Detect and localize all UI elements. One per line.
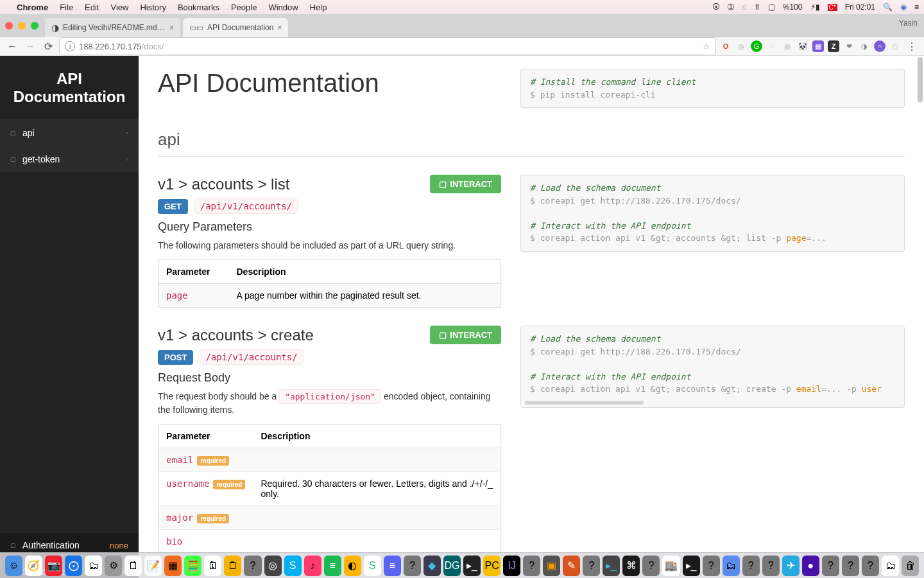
menu-history[interactable]: History [140, 3, 166, 12]
extension-icon[interactable]: O [720, 40, 732, 52]
dock-app-icon[interactable]: ✈ [782, 556, 800, 576]
screenrecord-icon[interactable]: ⦿ [712, 3, 720, 12]
maximize-window-icon[interactable] [31, 22, 38, 30]
dock-app-icon[interactable]: PC [483, 556, 501, 576]
dock-app-icon[interactable]: 🧮 [184, 556, 201, 576]
dock-app-icon[interactable]: ⚙︎ [105, 556, 122, 576]
dock-app-icon[interactable]: ? [642, 556, 660, 576]
dock-app-icon[interactable]: ⨀ [65, 556, 82, 576]
dock-app-icon[interactable]: ● [802, 556, 819, 576]
dock-app-icon[interactable]: ≡ [324, 556, 341, 576]
extension-icon[interactable]: ▦ [782, 40, 793, 52]
extension-icon[interactable]: ◎ [735, 40, 747, 52]
dock-app-icon[interactable]: ☺ [5, 556, 22, 576]
reload-button-icon[interactable]: ⟳ [41, 39, 55, 53]
extension-icon[interactable]: ❤︎ [843, 40, 855, 52]
minimize-window-icon[interactable] [18, 22, 26, 30]
dock-app-icon[interactable]: 🗓 [204, 556, 221, 576]
dock-app-icon[interactable]: 🗒 [124, 556, 142, 576]
flag-icon[interactable]: C* [828, 4, 837, 11]
close-window-icon[interactable] [5, 22, 13, 30]
dock-app-icon[interactable]: DG [443, 556, 461, 576]
forward-button-icon: → [23, 39, 37, 53]
dock-app-icon[interactable]: ? [404, 556, 421, 576]
dock-app-icon[interactable]: 🗂 [85, 556, 102, 576]
extension-icon[interactable]: ○ [766, 40, 778, 52]
dock-app-icon[interactable]: ? [862, 556, 879, 576]
dock-app-icon[interactable]: ✎ [563, 556, 580, 576]
extension-icon[interactable]: G [751, 40, 762, 52]
dock-app-icon[interactable]: ? [583, 556, 600, 576]
address-bar[interactable]: i 188.226.170.175/docs/ ☆ [59, 37, 716, 55]
dock-app-icon[interactable]: ⌘ [622, 556, 640, 576]
notifications-icon[interactable]: ≡ [914, 3, 919, 12]
menu-file[interactable]: File [60, 3, 73, 12]
sidebar-item-api[interactable]: ▢api ▫ [0, 119, 139, 146]
dock-app-icon[interactable]: ♪ [304, 556, 321, 576]
dock-app-icon[interactable]: 🗂 [882, 556, 899, 576]
book-icon: ▭▭ [189, 23, 203, 32]
extension-icon[interactable]: ▦ [812, 40, 824, 52]
tab-github-readme[interactable]: ◑ Editing Vecihi/README.md at r × [45, 18, 180, 37]
siri-icon[interactable]: ◉ [900, 3, 907, 12]
dock-app-icon[interactable]: ? [842, 556, 859, 576]
wifi-icon[interactable]: ⥣ [754, 3, 760, 12]
extension-icon[interactable]: ◌ [889, 40, 901, 52]
menu-help[interactable]: Help [310, 3, 327, 12]
extension-icon[interactable]: ○ [874, 40, 886, 52]
extension-icon[interactable]: 🐼 [797, 40, 809, 52]
dock-app-icon[interactable]: ◐ [344, 556, 361, 576]
airplay-icon[interactable]: ▢ [768, 3, 775, 12]
close-tab-icon[interactable]: × [277, 23, 282, 32]
dock-app-icon[interactable]: ▸_ [603, 556, 620, 576]
interact-button[interactable]: ▢INTERACT [430, 326, 501, 344]
menu-bookmarks[interactable]: Bookmarks [178, 3, 219, 12]
dock-app-icon[interactable]: ▦ [164, 556, 182, 576]
dock-app-icon[interactable]: ? [822, 556, 839, 576]
dock-app-icon[interactable]: S [284, 556, 302, 576]
url-path: /docs/ [142, 42, 164, 51]
accessibility-icon[interactable]: ➀ [728, 3, 734, 12]
dock-app-icon[interactable]: ? [244, 556, 261, 576]
scrollbar-thumb[interactable] [918, 57, 923, 102]
dock-app-icon[interactable]: ▸_ [463, 556, 481, 576]
menu-view[interactable]: View [110, 3, 128, 12]
dock-app-icon[interactable]: IJ [503, 556, 520, 576]
dock-app-icon[interactable]: ◆ [424, 556, 441, 576]
menu-window[interactable]: Window [268, 3, 298, 12]
interact-button[interactable]: ▢INTERACT [430, 175, 501, 193]
dock-app-icon[interactable]: ▸_ [683, 556, 700, 576]
extension-icon[interactable]: ◑ [859, 40, 870, 52]
bluetooth-icon[interactable]: ⎋ [742, 3, 746, 12]
chrome-profile[interactable]: Yasin [899, 19, 918, 28]
close-tab-icon[interactable]: × [169, 23, 174, 32]
clock[interactable]: Fri 02:01 [845, 3, 875, 12]
chrome-menu-icon[interactable]: ⋮ [905, 39, 919, 53]
spotlight-icon[interactable]: 🔍 [883, 3, 893, 12]
dock-app-icon[interactable]: ≡ [384, 556, 401, 576]
dock-app-icon[interactable]: ? [742, 556, 760, 576]
site-info-icon[interactable]: i [65, 41, 75, 51]
dock-app-icon[interactable]: S [364, 556, 381, 576]
horizontal-scrollbar[interactable] [525, 401, 644, 405]
dock-app-icon[interactable]: ◎ [264, 556, 282, 576]
menu-people[interactable]: People [231, 3, 257, 12]
dock-app-icon[interactable]: ▣ [543, 556, 560, 576]
back-button-icon[interactable]: ← [5, 39, 19, 53]
sidebar-item-get-token[interactable]: ▢get-token ▫ [0, 146, 139, 172]
dock-app-icon[interactable]: 🗒 [224, 556, 241, 576]
dock-app-icon[interactable]: 🗂 [723, 556, 740, 576]
dock-app-icon[interactable]: 📝 [144, 556, 162, 576]
menubar-appname[interactable]: Chrome [17, 3, 48, 12]
dock-app-icon[interactable]: 🧭 [25, 556, 42, 576]
bookmark-star-icon[interactable]: ☆ [703, 42, 710, 51]
tab-api-documentation[interactable]: ▭▭ API Documentation × [183, 18, 288, 37]
dock-trash-icon[interactable]: 🗑 [902, 556, 919, 576]
menu-edit[interactable]: Edit [85, 3, 99, 12]
dock-app-icon[interactable]: 🏬 [662, 556, 680, 576]
dock-app-icon[interactable]: ? [703, 556, 720, 576]
dock-app-icon[interactable]: ? [762, 556, 780, 576]
extension-icon[interactable]: Z [828, 40, 839, 52]
dock-app-icon[interactable]: 📷 [45, 556, 62, 576]
dock-app-icon[interactable]: ? [523, 556, 540, 576]
